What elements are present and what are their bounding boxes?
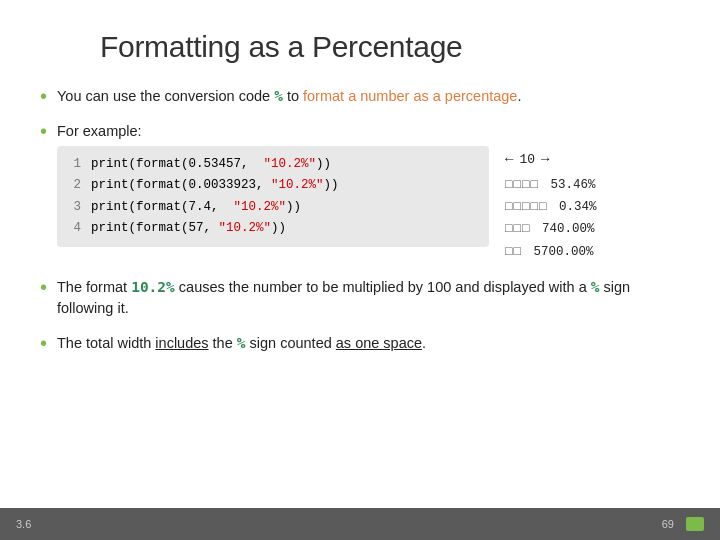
as-one-space-text: as one space [336, 335, 422, 351]
bullet-item-3: • The format 10.2% causes the number to … [40, 277, 680, 319]
line-num-1: 1 [69, 154, 81, 175]
boxes-3: □□□ [505, 219, 531, 240]
footer: 3.6 69 [0, 508, 720, 540]
value-3: 740.00% [535, 219, 595, 240]
arrow-right: → [541, 148, 549, 172]
line-num-4: 4 [69, 218, 81, 239]
code-format-spec: 10.2% [131, 279, 175, 295]
bullet-text-3: The format 10.2% causes the number to be… [57, 277, 680, 319]
code-fn-1: print(format(0.53457, "10.2%")) [91, 154, 331, 175]
code-fn-2: print(format(0.0033923, "10.2%")) [91, 175, 339, 196]
code-fn-3: print(format(7.4, "10.2%")) [91, 197, 301, 218]
code-and-visual: 1 print(format(0.53457, "10.2%")) 2 prin… [57, 146, 680, 263]
diagram-row-1: □□□□ 53.46% [505, 175, 680, 196]
slide-title: Formatting as a Percentage [100, 30, 680, 64]
boxes-1: □□□□ [505, 175, 539, 196]
footer-page-number: 69 [662, 518, 674, 530]
footer-right: 69 [662, 517, 704, 531]
value-2: 0.34% [552, 197, 597, 218]
bullet-text-1: You can use the conversion code % to for… [57, 86, 680, 107]
includes-text: includes [155, 335, 208, 351]
bullet-dot-1: • [40, 85, 47, 107]
code-line-3: 3 print(format(7.4, "10.2%")) [69, 197, 477, 218]
value-1: 53.46% [543, 175, 596, 196]
diagram-top: ← 10 → [505, 148, 680, 172]
diagram-row-3: □□□ 740.00% [505, 219, 680, 240]
footer-section: 3.6 [16, 518, 31, 530]
code-fn-4: print(format(57, "10.2%")) [91, 218, 286, 239]
code-line-4: 4 print(format(57, "10.2%")) [69, 218, 477, 239]
value-4: 5700.00% [526, 242, 594, 263]
code-line-2: 2 print(format(0.0033923, "10.2%")) [69, 175, 477, 196]
code-percent-4: % [237, 335, 246, 351]
code-line-1: 1 print(format(0.53457, "10.2%")) [69, 154, 477, 175]
boxes-2: □□□□□ [505, 197, 548, 218]
line-num-3: 3 [69, 197, 81, 218]
slide: Formatting as a Percentage • You can use… [0, 0, 720, 540]
bullet-dot-2: • [40, 120, 47, 142]
bullet-dot-4: • [40, 332, 47, 354]
line-num-2: 2 [69, 175, 81, 196]
bullet-list: • You can use the conversion code % to f… [40, 86, 680, 500]
code-percent-1: % [274, 88, 283, 104]
bullet-item-1: • You can use the conversion code % to f… [40, 86, 680, 107]
arrow-left: ← [505, 148, 513, 172]
bullet-item-4: • The total width includes the % sign co… [40, 333, 680, 354]
footer-icon [686, 517, 704, 531]
visual-diagram: ← 10 → □□□□ 53.46% □□□□□ 0.34% [505, 146, 680, 263]
code-percent-sign: % [591, 279, 600, 295]
bullet-text-2: For example: 1 print(format(0.53457, "10… [57, 121, 680, 263]
highlight-format: format a number as a percentage [303, 88, 517, 104]
for-example-text: For example: [57, 123, 142, 139]
diagram-10-label: 10 [519, 149, 535, 171]
bullet-dot-3: • [40, 276, 47, 298]
diagram-row-4: □□ 5700.00% [505, 242, 680, 263]
boxes-4: □□ [505, 242, 522, 263]
diagram-row-2: □□□□□ 0.34% [505, 197, 680, 218]
code-block: 1 print(format(0.53457, "10.2%")) 2 prin… [57, 146, 489, 247]
bullet-item-2: • For example: 1 print(format(0.53457, "… [40, 121, 680, 263]
bullet-text-4: The total width includes the % sign coun… [57, 333, 680, 354]
